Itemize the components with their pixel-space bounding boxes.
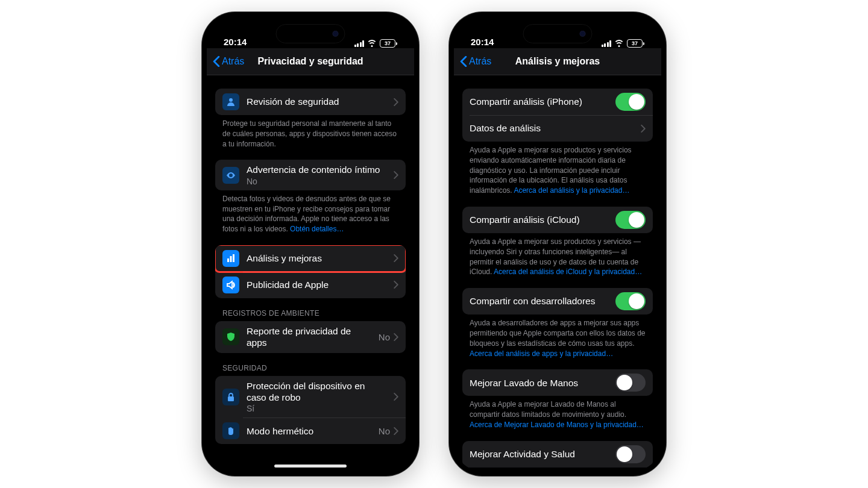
chevron-right-icon bbox=[641, 125, 646, 133]
chevron-right-icon bbox=[394, 393, 398, 401]
row-safety-check[interactable]: Revisión de seguridad bbox=[215, 89, 406, 115]
row-label: Modo hermético bbox=[247, 425, 371, 437]
row-app-privacy-report[interactable]: Reporte de privacidad de apps No bbox=[215, 321, 406, 353]
chevron-right-icon bbox=[394, 98, 398, 106]
shield-icon bbox=[222, 328, 239, 345]
wifi-icon bbox=[367, 40, 377, 47]
chevron-right-icon bbox=[394, 254, 398, 262]
chart-icon bbox=[222, 250, 239, 267]
row-label: Mejorar Actividad y Salud bbox=[470, 448, 608, 460]
row-value: Sí bbox=[247, 404, 386, 413]
wifi-icon bbox=[614, 40, 624, 47]
privacy-link[interactable]: Acerca de Mejorar Lavado de Manos y la p… bbox=[470, 421, 644, 429]
row-sensitive-content[interactable]: Advertencia de contenido íntimo No bbox=[215, 160, 406, 190]
toggle-share-iphone[interactable] bbox=[615, 93, 646, 111]
group-footer: Ayuda a Apple a mejorar las funciones pa… bbox=[462, 468, 653, 471]
chevron-right-icon bbox=[394, 281, 398, 289]
row-analytics-data[interactable]: Datos de análisis bbox=[462, 115, 653, 142]
group-footer: Ayuda a Apple a mejorar sus productos y … bbox=[462, 233, 653, 277]
toggle-health-activity[interactable] bbox=[615, 445, 646, 463]
row-stolen-device-protection[interactable]: Protección del dispositivo en caso de ro… bbox=[215, 376, 406, 418]
toggle-handwashing[interactable] bbox=[615, 374, 646, 392]
row-label: Datos de análisis bbox=[470, 122, 634, 134]
status-time: 20:14 bbox=[224, 37, 247, 47]
row-value: No bbox=[379, 426, 390, 436]
toggle-share-developers[interactable] bbox=[615, 292, 646, 310]
back-button[interactable]: Atrás bbox=[213, 56, 244, 67]
row-lockdown-mode[interactable]: Modo hermético No bbox=[215, 418, 406, 444]
cellular-icon bbox=[602, 40, 612, 47]
dynamic-island bbox=[523, 24, 593, 43]
group-footer: Ayuda a Apple a mejorar Lavado de Manos … bbox=[462, 396, 653, 430]
person-icon bbox=[222, 93, 239, 110]
status-time: 20:14 bbox=[471, 37, 494, 47]
details-link[interactable]: Obtén detalles… bbox=[290, 225, 344, 233]
row-label: Reporte de privacidad de apps bbox=[247, 325, 371, 349]
row-apple-advertising[interactable]: Publicidad de Apple bbox=[215, 272, 406, 298]
eye-icon bbox=[222, 167, 239, 184]
row-improve-handwashing: Mejorar Lavado de Manos bbox=[462, 369, 653, 396]
chevron-left-icon bbox=[213, 56, 220, 67]
back-button[interactable]: Atrás bbox=[460, 56, 491, 67]
row-label: Protección del dispositivo en caso de ro… bbox=[247, 380, 386, 404]
lock-icon bbox=[222, 389, 239, 405]
row-improve-health-activity: Mejorar Actividad y Salud bbox=[462, 441, 653, 468]
home-indicator[interactable] bbox=[274, 465, 347, 468]
group-footer: Protege tu seguridad personal al mantene… bbox=[215, 115, 406, 149]
row-label: Compartir análisis (iPhone) bbox=[470, 96, 608, 107]
back-label: Atrás bbox=[222, 56, 244, 67]
nav-bar: Atrás Análisis y mejoras bbox=[454, 48, 661, 75]
back-label: Atrás bbox=[469, 56, 491, 67]
group-footer: Detecta fotos y videos de desnudos antes… bbox=[215, 190, 406, 234]
row-value: No bbox=[379, 332, 390, 342]
privacy-link[interactable]: Acerca del análisis de apps y la privaci… bbox=[470, 349, 613, 358]
privacy-link[interactable]: Acerca del análisis y la privacidad… bbox=[514, 186, 629, 195]
group-footer: Ayuda a Apple a mejorar sus productos y … bbox=[462, 142, 653, 196]
chevron-right-icon bbox=[394, 333, 398, 341]
row-value: No bbox=[247, 177, 386, 186]
chevron-left-icon bbox=[460, 56, 467, 67]
row-label: Advertencia de contenido íntimo bbox=[247, 164, 386, 175]
toggle-share-icloud[interactable] bbox=[615, 211, 646, 229]
group-header: REGISTROS DE AMBIENTE bbox=[215, 309, 406, 321]
dynamic-island bbox=[276, 24, 345, 43]
row-label: Publicidad de Apple bbox=[247, 279, 386, 290]
battery-icon: 37 bbox=[627, 40, 644, 47]
row-label: Revisión de seguridad bbox=[247, 96, 386, 107]
phone-right: 20:14 37 Atrás Análisis y mejoras bbox=[449, 12, 666, 476]
group-header: SEGURIDAD bbox=[215, 364, 406, 376]
megaphone-icon bbox=[222, 277, 239, 293]
chevron-right-icon bbox=[394, 171, 398, 179]
row-label: Compartir análisis (iCloud) bbox=[470, 214, 608, 225]
row-label: Mejorar Lavado de Manos bbox=[470, 377, 608, 389]
battery-icon: 37 bbox=[380, 40, 397, 47]
row-label: Análisis y mejoras bbox=[247, 252, 386, 264]
nav-bar: Atrás Privacidad y seguridad bbox=[207, 48, 414, 75]
cellular-icon bbox=[354, 40, 365, 47]
row-analytics-improvements[interactable]: Análisis y mejoras bbox=[215, 245, 406, 272]
row-share-with-developers: Compartir con desarrolladores bbox=[462, 288, 653, 314]
hand-icon bbox=[222, 422, 239, 439]
privacy-link[interactable]: Acerca del análisis de iCloud y la priva… bbox=[494, 267, 642, 276]
chevron-right-icon bbox=[394, 427, 398, 435]
row-label: Compartir con desarrolladores bbox=[470, 295, 608, 307]
group-footer: Ayuda a desarrolladores de apps a mejora… bbox=[462, 314, 653, 358]
row-share-icloud-analytics: Compartir análisis (iCloud) bbox=[462, 207, 653, 233]
row-share-iphone-analytics: Compartir análisis (iPhone) bbox=[462, 89, 653, 115]
phone-left: 20:14 37 Atrás Privacidad y seguridad bbox=[202, 12, 419, 476]
